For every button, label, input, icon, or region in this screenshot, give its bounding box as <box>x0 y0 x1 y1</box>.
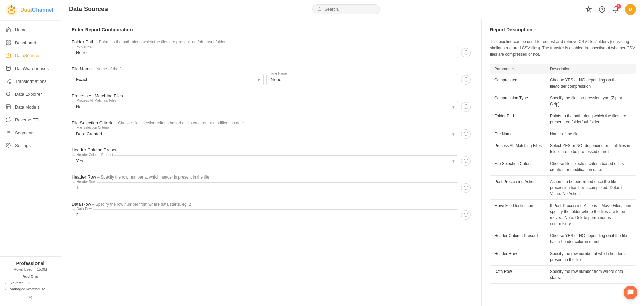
sidebar-item-dashboard[interactable]: Dashboard <box>0 36 61 49</box>
process-all-info-button[interactable]: ⓘ <box>461 102 471 112</box>
folder-path-group: Folder Path – Points to the path along w… <box>72 39 471 58</box>
header-column-select[interactable]: Yes No <box>76 158 454 163</box>
notifications-button[interactable]: 2 <box>612 5 620 14</box>
param-name: File Selection Criteria <box>490 158 546 175</box>
file-selection-field-label: File Selection Criteria <box>75 126 110 130</box>
sidebar-item-data-models-label: Data Models <box>15 104 40 110</box>
param-name: Post Processing Action <box>490 175 546 199</box>
file-selection-info-button[interactable]: ⓘ <box>461 129 471 139</box>
table-row: CompressedChoose YES or NO depending on … <box>490 74 636 92</box>
svg-point-14 <box>6 92 10 96</box>
notification-badge: 2 <box>616 4 621 9</box>
file-name-group: File Name – Name of the file Exact Conta… <box>72 66 471 85</box>
sidebar-item-datasources[interactable]: DataSources <box>0 49 61 62</box>
param-desc: If Post Processing Actions = Move Files,… <box>546 199 636 230</box>
data-row-info-button[interactable]: ⓘ <box>461 210 471 220</box>
folder-path-label: Folder Path – Points to the path along w… <box>72 39 471 44</box>
svg-rect-16 <box>6 105 10 109</box>
param-desc: Choose YES or NO depending on the file/f… <box>546 74 636 92</box>
header-row-field[interactable]: Header Row <box>72 182 458 193</box>
description-text: This pipeline can be used to request and… <box>490 39 636 58</box>
search-input[interactable] <box>324 7 372 12</box>
sidebar-item-segments[interactable]: Segments <box>0 126 61 139</box>
sidebar-item-dashboard-label: Dashboard <box>15 40 37 45</box>
sidebar-item-data-explorer[interactable]: Data Explorer <box>0 88 61 100</box>
folder-path-input[interactable] <box>76 50 454 55</box>
sidebar-item-reverse-etl[interactable]: Reverse ETL <box>0 113 61 126</box>
segments-icon <box>5 130 11 136</box>
header-row-group: Header Row – Specify the row number at w… <box>72 174 471 193</box>
process-all-label: Process All Matching Files <box>72 93 471 98</box>
collapse-sidebar-button[interactable] <box>4 292 56 302</box>
data-row-field-label: Data Row <box>75 207 93 211</box>
file-selection-label: File Selection Criteria – Choose file se… <box>72 120 471 125</box>
param-name: Folder Path <box>490 110 546 128</box>
file-name-match-field[interactable]: Exact Contains StartsWith EndsWith ▾ <box>72 74 264 85</box>
param-desc: Select YES or NO, depending on if all fi… <box>546 140 636 158</box>
header-row-input[interactable] <box>76 185 454 190</box>
header-column-field[interactable]: Header Column Present Yes No ▾ <box>72 155 458 166</box>
param-name: Compression Type <box>490 92 546 110</box>
param-name: Move File Destination <box>490 199 546 230</box>
file-name-inputs: Exact Contains StartsWith EndsWith ▾ Fil… <box>72 74 458 85</box>
sparkle-button[interactable] <box>585 5 593 14</box>
param-desc: Name of the file <box>546 128 636 140</box>
datawarehouses-icon <box>5 65 11 71</box>
content-area: Enter Report Configuration Folder Path –… <box>61 19 644 306</box>
file-name-row: Exact Contains StartsWith EndsWith ▾ Fil… <box>72 74 471 85</box>
transformations-icon <box>5 78 11 84</box>
top-bar: Data Sources 2 D <box>61 0 644 19</box>
file-selection-select[interactable]: Date Created Date Modified None <box>76 131 454 136</box>
help-button[interactable] <box>598 5 606 14</box>
header-column-info-button[interactable]: ⓘ <box>461 156 471 166</box>
addon-reverse-etl-label: Reverse ETL <box>10 281 31 285</box>
chat-button[interactable] <box>624 286 637 299</box>
svg-point-25 <box>8 145 9 146</box>
file-name-field[interactable]: File Name <box>266 74 458 85</box>
header-row-field-label: Header Row <box>75 180 97 184</box>
folder-path-info-button[interactable]: ⓘ <box>461 48 471 57</box>
process-all-field-label: Process All Matching Files <box>75 99 118 102</box>
plan-label: Professional <box>4 261 56 266</box>
user-avatar[interactable]: D <box>625 4 636 15</box>
sidebar-item-reverse-etl-label: Reverse ETL <box>15 117 41 122</box>
data-row-group: Data Row – Specify the row number from w… <box>72 202 471 220</box>
folder-path-field[interactable]: Folder Path <box>72 47 458 58</box>
data-row-input[interactable] <box>76 212 454 217</box>
sidebar-item-transformations[interactable]: Transformations <box>0 75 61 88</box>
main-content: Data Sources 2 D Enter Report Configurat… <box>61 0 644 306</box>
sidebar-item-data-models[interactable]: Data Models <box>0 100 61 113</box>
svg-rect-5 <box>6 41 8 42</box>
sidebar-item-settings[interactable]: Settings <box>0 139 61 152</box>
data-row-field[interactable]: Data Row <box>72 209 458 220</box>
file-selection-group: File Selection Criteria – Choose file se… <box>72 120 471 139</box>
process-all-field[interactable]: Process All Matching Files No Yes ▾ <box>72 101 458 112</box>
svg-point-2 <box>10 9 13 11</box>
process-all-row: Process All Matching Files No Yes ▾ ⓘ <box>72 101 471 112</box>
file-name-match-select[interactable]: Exact Contains StartsWith EndsWith <box>76 77 259 82</box>
sidebar-item-home[interactable]: Home <box>0 23 61 36</box>
svg-point-26 <box>318 7 321 10</box>
header-row-info-button[interactable]: ⓘ <box>461 183 471 193</box>
svg-rect-6 <box>9 41 10 42</box>
file-selection-field[interactable]: File Selection Criteria Date Created Dat… <box>72 128 458 139</box>
data-row-input-row: Data Row ⓘ <box>72 209 471 220</box>
table-row: Post Processing ActionActions to be perf… <box>490 175 636 199</box>
models-icon <box>5 104 11 110</box>
search-box[interactable] <box>312 4 380 14</box>
file-name-field-label: File Name <box>270 72 288 75</box>
folder-path-field-label: Folder Path <box>75 45 96 48</box>
table-row: Folder PathPoints to the path along whic… <box>490 110 636 128</box>
file-name-info-button[interactable]: ⓘ <box>461 75 471 85</box>
sidebar-item-transformations-label: Transformations <box>15 79 46 84</box>
sidebar-logo: DataChannel <box>0 0 61 21</box>
page-title: Data Sources <box>69 6 108 13</box>
header-column-label: Header Column Present <box>72 147 471 152</box>
form-panel: Enter Report Configuration Folder Path –… <box>61 19 482 306</box>
header-column-group: Header Column Present Header Column Pres… <box>72 147 471 166</box>
file-name-input[interactable] <box>271 77 454 82</box>
svg-point-11 <box>6 66 10 67</box>
sidebar-item-datawarehouses[interactable]: DataWarehouses <box>0 62 61 75</box>
process-all-select[interactable]: No Yes <box>76 104 454 109</box>
param-name: File Name <box>490 128 546 140</box>
